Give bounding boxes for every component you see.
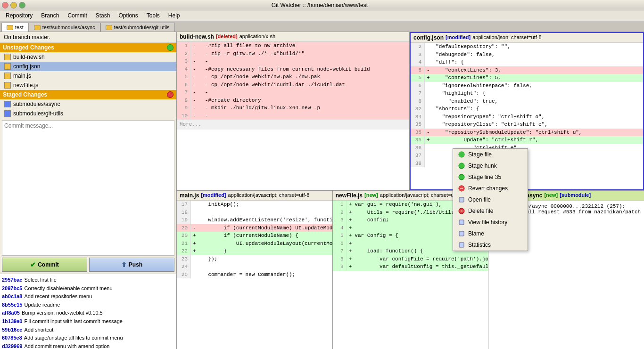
unstaged-file-item[interactable]: newFile.js (0, 81, 176, 90)
unstaged-file-item[interactable]: build-new.sh (0, 52, 176, 62)
log-hash[interactable]: 60785c8 (2, 334, 22, 342)
unstaged-file-item[interactable]: main.js (0, 71, 176, 81)
context-menu-item-1[interactable]: Stage hunk (453, 160, 528, 171)
push-button[interactable]: ⬆ Push (89, 258, 174, 272)
ctx-icon-1 (458, 162, 465, 170)
line-number: 9 (333, 263, 347, 271)
context-menu-item-6[interactable]: View file history (453, 217, 528, 228)
checkmark-icon: ✔ (30, 261, 36, 268)
diff-line: 9- - mkdir ./build/gitw-linux-x64-new -p (177, 104, 409, 112)
line-content: "contextLines": 3, (430, 66, 643, 74)
diff-line: 4 "diff": { (411, 58, 643, 66)
line-number: 7 (177, 89, 191, 97)
line-number: 8 (333, 255, 347, 263)
commit-area: ✔ Commit ⬆ Push (0, 118, 176, 274)
ctx-label-2: Stage line 35 (468, 174, 501, 180)
context-menu-item-4[interactable]: Open file (453, 194, 528, 205)
line-content: UI.updateModuleLayout(currentModuleName)… (196, 240, 332, 248)
context-menu-item-0[interactable]: Stage file (453, 149, 528, 160)
log-hash[interactable]: 2957bac (2, 276, 22, 284)
log-entry: 59b16cc Add shortcut (2, 326, 174, 334)
ctx-icon-0 (458, 151, 465, 158)
submodule-tag-sub: [submodule] (560, 192, 591, 199)
diff-line: 8 "enabled": true, (411, 97, 643, 106)
tab-1[interactable]: test/submodules/async (29, 23, 100, 32)
menubar: RepositoryBranchCommitStashOptionsToolsH… (0, 10, 644, 21)
window-title: Git Watcher :: /home/demian/www/test (25, 2, 614, 8)
line-number: 3 (411, 51, 425, 59)
min-button[interactable] (10, 2, 17, 8)
log-msg: Add stage/unstage all files to commit me… (24, 334, 123, 342)
diff-line: 35 "repositoryClose": "ctrl+shift c", (411, 121, 643, 129)
line-content: var configFile = require('path').join(gu… (352, 255, 488, 263)
log-entry: 1b139a0 Fill commit input with last comm… (2, 317, 174, 326)
line-content: "contextLines": 5, (430, 74, 643, 82)
log-hash[interactable]: 2097bc5 (2, 284, 22, 293)
max-button[interactable] (19, 2, 25, 8)
menubar-item-branch[interactable]: Branch (37, 11, 63, 20)
menubar-item-stash[interactable]: Stash (92, 11, 114, 20)
svg-rect-8 (459, 220, 464, 225)
diff-panel-main: main.js [modified] application/javascrip… (177, 191, 333, 349)
log-hash[interactable]: aff8a05 (2, 309, 20, 317)
diff-line: 8- -#create directory (177, 97, 409, 105)
tab-2[interactable]: test/submodules/git-utils (100, 23, 175, 32)
context-menu-item-5[interactable]: ×Delete file (453, 205, 528, 217)
menubar-item-options[interactable]: Options (115, 11, 141, 20)
unstaged-header: Unstaged Changes (0, 43, 176, 52)
ctx-icon-8 (458, 241, 465, 249)
log-entry: 60785c8 Add stage/unstage all files to c… (2, 334, 174, 342)
ctx-label-3: Revert changes (468, 185, 508, 192)
log-hash[interactable]: 59b16cc (2, 326, 22, 334)
line-content: window.addEventListener('resize', functi… (193, 216, 332, 224)
commit-button[interactable]: ✔ Commit (2, 258, 87, 272)
log-msg: Select first file (24, 276, 56, 284)
log-hash[interactable]: ab0c1a8 (2, 292, 22, 301)
line-content: var defaultConfig = this._getDefaultConf… (352, 263, 488, 271)
tab-0[interactable]: test (1, 23, 29, 32)
line-number: 35 (411, 136, 425, 144)
line-number: 36 (411, 144, 425, 152)
menubar-item-commit[interactable]: Commit (64, 11, 91, 20)
context-menu-item-8[interactable]: Statistics (453, 239, 528, 251)
file-icon (4, 81, 11, 89)
log-hash[interactable]: d329969 (2, 342, 22, 349)
close-button[interactable] (2, 2, 8, 8)
push-label: Push (129, 261, 142, 268)
svg-text:×: × (460, 209, 462, 213)
diff-panel-build: build-new.sh [deleted] application/x-sh … (177, 32, 410, 190)
context-menu-item-2[interactable]: Stage line 35 (453, 171, 528, 183)
line-content: - mkdir ./build/gitw-linux-x64-new -p (196, 104, 409, 112)
line-content: - (196, 57, 409, 65)
ctx-icon-4 (458, 196, 465, 203)
line-number: 18 (177, 209, 191, 217)
diff-line: 21+ UI.updateModuleLayout(currentModuleN… (177, 240, 332, 248)
staged-file-item[interactable]: submodules/async (0, 99, 176, 109)
unstaged-file-item[interactable]: config.json (0, 62, 176, 71)
staged-file-item[interactable]: submodules/git-utils (0, 109, 176, 118)
commit-message-input[interactable] (2, 120, 174, 256)
diff-line: 35+ Update": "ctrl+shift r", (411, 136, 643, 144)
folder-icon (34, 25, 41, 30)
diff-mime-main: application/javascript; charset=utf-8 (228, 192, 310, 199)
menubar-item-tools[interactable]: Tools (143, 11, 164, 20)
line-number: 22 (177, 247, 191, 255)
context-menu-item-3[interactable]: ↩Revert changes (453, 183, 528, 194)
context-menu-item-7[interactable]: Blame (453, 228, 528, 239)
diff-more[interactable]: More... (177, 120, 409, 130)
diff-panels-bottom: main.js [modified] application/javascrip… (177, 190, 644, 349)
file-name: config.json (13, 63, 40, 70)
line-number: 23 (177, 255, 191, 263)
diff-tag-newfile: [new] (364, 192, 378, 199)
log-entry: d329969 Add commit menu with amend optio… (2, 342, 174, 349)
line-number: 25 (177, 271, 191, 279)
line-content (193, 263, 332, 271)
tabbar: testtest/submodules/asynctest/submodules… (0, 21, 644, 32)
log-hash[interactable]: 1b139a0 (2, 317, 22, 326)
menubar-item-help[interactable]: Help (165, 11, 184, 20)
log-hash[interactable]: 8b55e15 (2, 301, 22, 309)
file-icon (4, 72, 11, 80)
menubar-item-repository[interactable]: Repository (2, 11, 36, 20)
line-number: 4 (333, 224, 347, 232)
main-layout: On branch master. Unstaged Changes build… (0, 32, 644, 349)
